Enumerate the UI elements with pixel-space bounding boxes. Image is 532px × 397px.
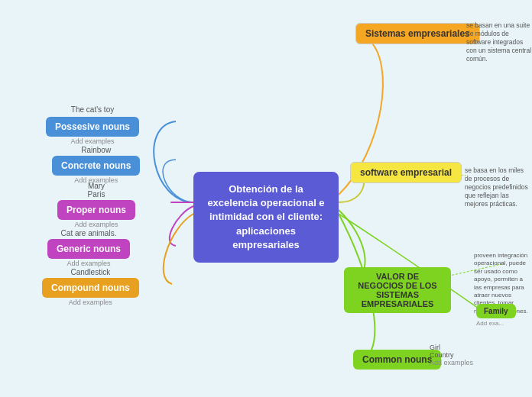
- compound-add[interactable]: Add examples: [69, 299, 112, 306]
- concrete-box[interactable]: Concrete nouns: [52, 156, 140, 176]
- software-box[interactable]: software empresarial: [350, 162, 462, 183]
- possessive-add[interactable]: Add examples: [71, 137, 115, 145]
- node-sistemas: Sistemas empresariales: [355, 23, 480, 44]
- generic-top-label: Cat are animals.: [61, 229, 117, 237]
- node-common: Common nouns: [353, 350, 441, 370]
- common-example-girl: Girl: [430, 344, 473, 351]
- node-family: Family Add exa...: [476, 304, 516, 327]
- common-examples: Girl Country Add examples: [430, 344, 473, 366]
- sistemas-box[interactable]: Sistemas empresariales: [355, 23, 480, 44]
- center-text: Obtención de la excelencia operacional e…: [207, 183, 324, 250]
- possessive-box[interactable]: Possesive nouns: [46, 117, 139, 137]
- proper-box[interactable]: Proper nouns: [57, 200, 135, 220]
- compound-box[interactable]: Compound nouns: [42, 278, 139, 298]
- node-possessive: The cat's toy Possesive nouns Add exampl…: [46, 105, 139, 145]
- family-add[interactable]: Add exa...: [476, 320, 516, 327]
- common-add[interactable]: Add examples: [430, 359, 473, 366]
- family-box[interactable]: Family: [476, 304, 516, 318]
- compound-top-label: Candlestick: [70, 268, 110, 276]
- common-example-country: Country: [430, 351, 473, 359]
- generic-add[interactable]: Add examples: [66, 260, 110, 267]
- node-concrete: Rainbow Concrete nouns Add examples: [52, 146, 140, 184]
- node-valor: VALOR DE NEGOCIOS DE LOS SISTEMAS EMPRES…: [344, 267, 451, 313]
- common-box[interactable]: Common nouns: [353, 350, 441, 370]
- node-proper: Mary Paris Proper nouns Add examples: [57, 182, 135, 228]
- node-compound: Candlestick Compound nouns Add examples: [42, 268, 139, 306]
- node-generic: Cat are animals. Generic nouns Add examp…: [47, 229, 130, 267]
- mind-map-canvas: Obtención de la excelencia operacional e…: [0, 0, 532, 397]
- proper-top-label1: Mary: [88, 182, 105, 190]
- possessive-top-label: The cat's toy: [71, 105, 114, 114]
- node-software: software empresarial: [350, 162, 462, 183]
- sistemas-note: se basan en una suite de módulos de soft…: [466, 21, 532, 63]
- proper-top-label2: Paris: [88, 190, 105, 198]
- software-note: se basa en los miles de procesos de nego…: [465, 166, 532, 208]
- concrete-top-label: Rainbow: [81, 146, 111, 154]
- valor-box[interactable]: VALOR DE NEGOCIOS DE LOS SISTEMAS EMPRES…: [344, 267, 451, 313]
- proper-add[interactable]: Add examples: [74, 221, 118, 228]
- center-node[interactable]: Obtención de la excelencia operacional e…: [193, 172, 339, 263]
- generic-box[interactable]: Generic nouns: [47, 239, 130, 259]
